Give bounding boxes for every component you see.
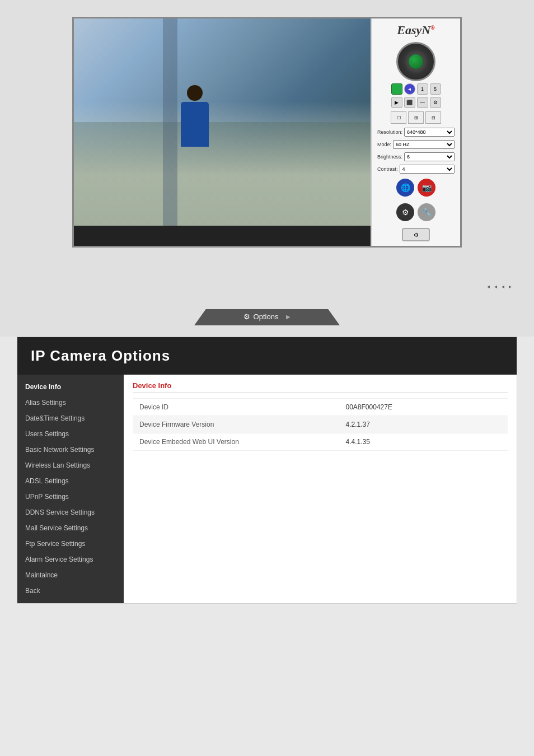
brightness-select[interactable]: 6: [404, 152, 455, 161]
easyn-logo: EasyN®: [397, 23, 434, 38]
options-icon: ⚙: [243, 312, 250, 321]
sidebar-item-4[interactable]: Basic Network Settings: [17, 442, 124, 458]
ctrl-btn-1[interactable]: 1: [417, 83, 428, 95]
panel-title: IP Camera Options: [31, 347, 170, 364]
ctrl-btn-green[interactable]: [391, 83, 402, 95]
table-row: Device Firmware Version4.2.1.37: [133, 416, 508, 433]
nav-dots: ◂ ◂ ◂ ▸: [487, 283, 512, 290]
mode-row: Mode: 60 HZ: [374, 139, 457, 150]
control-panel: EasyN® ◄ 1 5 ▶ ⬛ — ⚙ ☐ ⊞ ⊟: [371, 18, 460, 246]
sidebar-item-11[interactable]: Alarm Service Settings: [17, 552, 124, 567]
ip-main: Device Info Device ID00A8F000427EDevice …: [124, 375, 517, 603]
function-icons-2: ⚙ 🔧: [396, 203, 435, 221]
ip-camera-body: Device InfoAlias SettingsDate&Time Setti…: [17, 375, 517, 603]
options-arrow: ▶: [286, 314, 291, 320]
sidebar-item-13[interactable]: Back: [17, 583, 124, 599]
ctrl-btn-a[interactable]: ▶: [391, 97, 402, 108]
ctrl-btn-5[interactable]: 5: [430, 83, 441, 95]
nav-wheel-inner: [407, 53, 424, 70]
brightness-row: Brightness: 6: [374, 152, 457, 162]
resolution-select[interactable]: 640*480: [404, 128, 455, 137]
icon-network[interactable]: 🌐: [396, 179, 414, 197]
ip-camera-panel: IP Camera Options Device InfoAlias Setti…: [17, 337, 517, 604]
camera-feed: [74, 18, 371, 226]
ctrl-btn-b[interactable]: ⬛: [404, 97, 415, 108]
table-row: Device Embeded Web UI Version4.4.1.35: [133, 433, 508, 451]
icon-gear[interactable]: 🔧: [418, 203, 435, 221]
ctrl-btn-left[interactable]: ◄: [404, 83, 415, 95]
sidebar-item-8[interactable]: DDNS Service Settings: [17, 505, 124, 520]
view-single[interactable]: ☐: [391, 111, 406, 124]
sidebar-item-1[interactable]: Alias Settings: [17, 395, 124, 410]
info-table: Device ID00A8F000427EDevice Firmware Ver…: [133, 398, 508, 451]
bottom-btn[interactable]: ⚙: [402, 228, 430, 241]
sidebar-item-9[interactable]: Mail Service Settings: [17, 520, 124, 536]
options-tab[interactable]: ⚙ Options ▶: [194, 309, 340, 325]
sidebar-item-3[interactable]: Users Settings: [17, 426, 124, 442]
ctrl-btn-d[interactable]: ⚙: [430, 97, 441, 108]
sidebar-item-2[interactable]: Date&Time Settings: [17, 410, 124, 426]
view-mode-row: ☐ ⊞ ⊟: [391, 111, 441, 124]
ctrl-btn-c[interactable]: —: [417, 97, 428, 108]
middle-section: ◂ ◂ ◂ ▸: [0, 259, 534, 304]
camera-wrapper: EasyN® ◄ 1 5 ▶ ⬛ — ⚙ ☐ ⊞ ⊟: [72, 17, 462, 248]
contrast-row: Contrast: 4: [374, 164, 457, 174]
camera-section: EasyN® ◄ 1 5 ▶ ⬛ — ⚙ ☐ ⊞ ⊟: [0, 0, 534, 259]
person-head: [187, 85, 203, 101]
sidebar-item-0[interactable]: Device Info: [17, 379, 124, 395]
control-row-2: ▶ ⬛ — ⚙: [391, 97, 441, 108]
function-icons: 🌐 📷: [396, 179, 435, 197]
icon-settings2[interactable]: ⚙: [396, 203, 414, 221]
sidebar-item-12[interactable]: Maintaince: [17, 567, 124, 583]
sidebar-item-7[interactable]: UPnP Settings: [17, 489, 124, 505]
options-section: ⚙ Options ▶: [0, 304, 534, 337]
ip-camera-header: IP Camera Options: [17, 337, 517, 375]
resolution-row: Resolution: 640*480: [374, 127, 457, 137]
ip-sidebar: Device InfoAlias SettingsDate&Time Setti…: [17, 375, 124, 603]
sidebar-item-6[interactable]: ADSL Settings: [17, 473, 124, 489]
table-row: Device ID00A8F000427E: [133, 399, 508, 416]
mode-select[interactable]: 60 HZ: [393, 140, 455, 149]
contrast-select[interactable]: 4: [400, 165, 455, 174]
view-quad[interactable]: ⊞: [408, 111, 424, 124]
camera-overlay: [74, 18, 371, 226]
view-multi[interactable]: ⊟: [425, 111, 441, 124]
sidebar-item-10[interactable]: Ftp Service Settings: [17, 536, 124, 552]
nav-wheel[interactable]: [396, 42, 435, 81]
sidebar-item-5[interactable]: Wireless Lan Settings: [17, 458, 124, 473]
person-body: [181, 102, 209, 147]
options-label: Options: [254, 312, 279, 321]
control-row-1: ◄ 1 5: [391, 83, 441, 95]
person-figure: [178, 85, 212, 164]
options-tab-wrapper: ⚙ Options ▶: [194, 309, 340, 325]
device-info-title: Device Info: [133, 381, 508, 393]
icon-record[interactable]: 📷: [418, 179, 435, 197]
